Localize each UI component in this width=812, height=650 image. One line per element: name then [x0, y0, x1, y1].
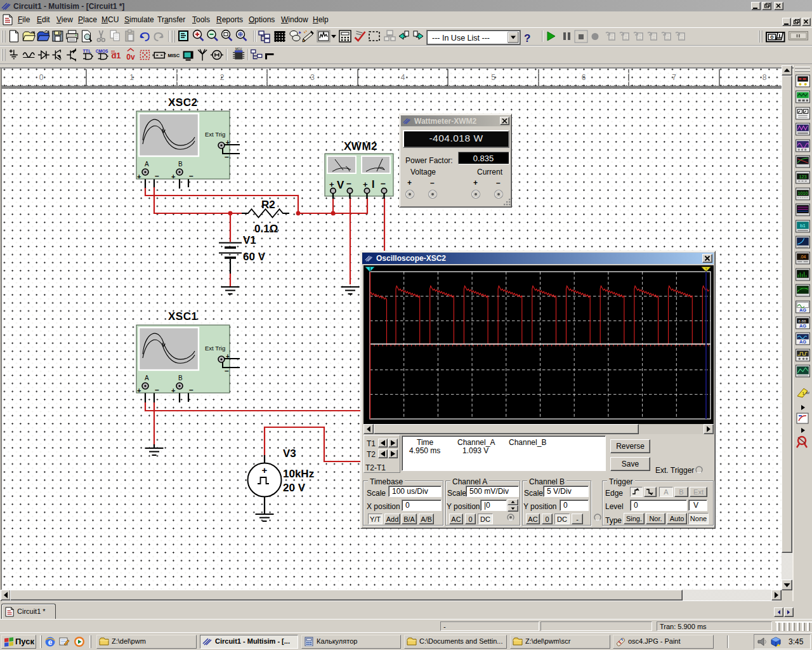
- svg-text:+: +: [171, 387, 175, 394]
- svg-text:60 V: 60 V: [243, 251, 266, 263]
- svg-text:XWM2: XWM2: [344, 140, 377, 152]
- svg-text:–: –: [155, 171, 159, 180]
- svg-text:+: +: [171, 173, 175, 180]
- svg-text:+: +: [262, 465, 268, 475]
- svg-text:V3: V3: [283, 448, 296, 460]
- svg-text:Ext Trig: Ext Trig: [205, 345, 225, 352]
- svg-text:B: B: [178, 375, 183, 381]
- svg-text:+: +: [473, 178, 478, 187]
- svg-text:Ext Trig: Ext Trig: [205, 131, 225, 138]
- svg-text:+: +: [137, 387, 141, 394]
- svg-text:20 V: 20 V: [283, 482, 306, 494]
- svg-text:V: V: [337, 179, 344, 191]
- svg-text:–: –: [496, 178, 501, 187]
- svg-text:+: +: [407, 178, 412, 187]
- svg-text:2: 2: [705, 267, 707, 272]
- svg-text:XSC1: XSC1: [168, 310, 197, 322]
- svg-text:–: –: [346, 178, 351, 189]
- svg-text:B: B: [178, 161, 183, 168]
- svg-text:A: A: [145, 161, 149, 168]
- svg-text:10kHz: 10kHz: [283, 468, 314, 480]
- svg-text:–: –: [189, 385, 193, 394]
- svg-text:–: –: [381, 178, 386, 189]
- svg-text:XSC2: XSC2: [168, 96, 197, 109]
- svg-text:V1: V1: [243, 234, 256, 246]
- svg-text:A: A: [145, 375, 149, 381]
- svg-text:–: –: [189, 171, 193, 180]
- svg-text:R2: R2: [261, 199, 275, 211]
- svg-text:–: –: [430, 178, 435, 187]
- svg-text:0.1Ω: 0.1Ω: [254, 223, 278, 235]
- svg-text:–: –: [155, 385, 159, 394]
- svg-text:I: I: [372, 179, 374, 190]
- svg-text:+: +: [137, 173, 141, 180]
